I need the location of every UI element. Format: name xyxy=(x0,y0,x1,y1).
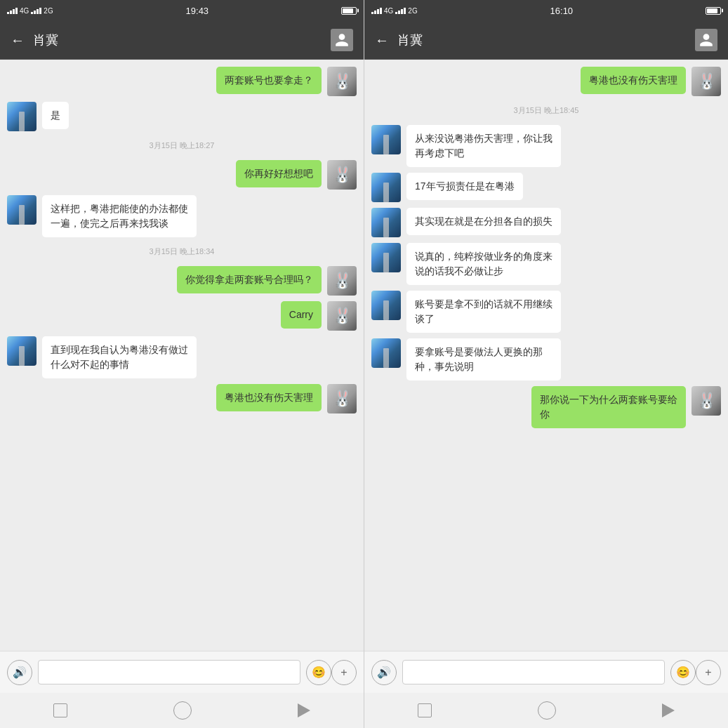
avatar xyxy=(327,384,357,413)
avatar xyxy=(371,125,401,154)
message-row: 这样把，粤港把能使的办法都使一遍，使完之后再来找我谈 xyxy=(7,195,357,237)
nav-bar-left: ← 肖冀 xyxy=(0,21,364,60)
timestamp: 3月15日 晚上18:27 xyxy=(7,140,357,151)
home-bar-right xyxy=(364,693,728,728)
message-row: 两套账号也要拿走？ xyxy=(7,67,357,96)
back-button-left[interactable]: ← xyxy=(11,32,25,48)
message-row: 从来没说粤港伤天害理，你让我再考虑下吧 xyxy=(371,125,721,167)
message-bubble: 是 xyxy=(42,102,69,129)
message-row: 直到现在我自认为粤港没有做过什么对不起的事情 xyxy=(7,336,357,378)
chat-title-right: 肖冀 xyxy=(397,32,687,48)
avatar xyxy=(371,208,401,237)
message-row: 粤港也没有伤天害理 xyxy=(7,384,357,413)
chat-area-right: 粤港也没有伤天害理 3月15日 晚上18:45 从来没说粤港伤天害理，你让我再考… xyxy=(364,60,728,651)
voice-button-left[interactable]: 🔊 xyxy=(7,660,32,685)
message-bubble: 你觉得拿走两套账号合理吗？ xyxy=(177,266,322,293)
message-row: Carry xyxy=(7,301,357,331)
message-bubble: 17年亏损责任是在粤港 xyxy=(406,173,523,200)
left-panel: 4G 2G 19:43 ← 肖冀 两套账号也要拿走？ xyxy=(0,0,364,728)
status-bar-right: 4G 2G 16:10 xyxy=(364,0,728,21)
message-bubble: 其实现在就是在分担各自的损失 xyxy=(406,208,561,235)
message-bubble: 直到现在我自认为粤港没有做过什么对不起的事情 xyxy=(42,336,197,378)
avatar xyxy=(7,102,37,131)
nav-bar-right: ← 肖冀 xyxy=(364,21,728,60)
right-panel: 4G 2G 16:10 ← 肖冀 粤港也没有伤天害理 xyxy=(364,0,728,728)
avatar xyxy=(371,338,401,368)
timestamp: 3月15日 晚上18:45 xyxy=(371,105,721,116)
status-right-left xyxy=(341,7,357,15)
message-row: 你再好好想想吧 xyxy=(7,160,357,190)
avatar xyxy=(7,336,37,366)
status-left-right: 4G 2G xyxy=(371,7,418,15)
message-bubble: Carry xyxy=(281,301,322,329)
bottom-bar-right: 🔊 😊 + xyxy=(364,651,728,693)
message-row: 粤港也没有伤天害理 xyxy=(371,67,721,96)
message-bubble: 账号要是拿不到的话就不用继续谈了 xyxy=(406,291,561,333)
battery-icon-right xyxy=(706,7,721,15)
status-right-right xyxy=(706,7,721,15)
message-bubble: 那你说一下为什么两套账号要给你 xyxy=(531,386,686,428)
time-right: 16:10 xyxy=(550,6,574,16)
contact-avatar-left[interactable] xyxy=(331,29,353,51)
text-input-right[interactable] xyxy=(402,660,665,684)
chat-area-left: 两套账号也要拿走？ 是 3月15日 晚上18:27 你再好好想想吧 这样把，粤港… xyxy=(0,60,364,651)
back-nav-button-left[interactable] xyxy=(298,703,310,717)
more-button-left[interactable]: + xyxy=(331,660,357,685)
network-type-2: 2G xyxy=(44,7,53,15)
message-row: 其实现在就是在分担各自的损失 xyxy=(371,208,721,237)
avatar xyxy=(7,195,37,225)
status-left-left: 4G 2G xyxy=(7,7,53,15)
more-button-right[interactable]: + xyxy=(696,660,721,685)
text-input-left[interactable] xyxy=(38,660,300,684)
person-icon-left xyxy=(334,32,350,48)
avatar xyxy=(691,67,721,96)
signal-icon xyxy=(7,8,18,14)
timestamp: 3月15日 晚上18:34 xyxy=(7,246,357,257)
signal-icon-r2 xyxy=(395,8,406,14)
bottom-bar-left: 🔊 😊 + xyxy=(0,651,364,693)
message-bubble: 两套账号也要拿走？ xyxy=(216,67,322,94)
network-type-1: 4G xyxy=(20,7,29,15)
emoji-button-right[interactable]: 😊 xyxy=(670,660,696,685)
voice-button-right[interactable]: 🔊 xyxy=(371,660,397,685)
person-icon-right xyxy=(699,32,714,48)
app-switch-button-left[interactable] xyxy=(53,703,67,717)
home-bar-left xyxy=(0,693,364,728)
app-switch-button-right[interactable] xyxy=(418,703,432,717)
back-button-right[interactable]: ← xyxy=(375,32,389,48)
avatar xyxy=(371,291,401,320)
message-bubble: 粤港也没有伤天害理 xyxy=(581,67,686,94)
network-type-r1: 4G xyxy=(384,7,393,15)
message-row: 要拿账号是要做法人更换的那种，事先说明 xyxy=(371,338,721,380)
avatar xyxy=(691,386,721,416)
home-button-left[interactable] xyxy=(173,701,192,720)
message-row: 说真的，纯粹按做业务的角度来说的话我不必做让步 xyxy=(371,243,721,285)
chat-title-left: 肖冀 xyxy=(33,32,322,48)
avatar xyxy=(371,243,401,272)
network-type-r2: 2G xyxy=(408,7,417,15)
time-left: 19:43 xyxy=(186,6,209,16)
message-bubble: 说真的，纯粹按做业务的角度来说的话我不必做让步 xyxy=(406,243,561,285)
message-bubble: 粤港也没有伤天害理 xyxy=(216,384,322,411)
battery-icon-left xyxy=(341,7,357,15)
message-bubble: 你再好好想想吧 xyxy=(236,160,322,187)
home-button-right[interactable] xyxy=(538,701,556,720)
emoji-button-left[interactable]: 😊 xyxy=(306,660,331,685)
signal-icon-2 xyxy=(31,8,41,14)
avatar xyxy=(327,301,357,331)
avatar xyxy=(371,173,401,202)
contact-avatar-right[interactable] xyxy=(695,29,717,51)
avatar xyxy=(327,160,357,190)
message-row: 你觉得拿走两套账号合理吗？ xyxy=(7,266,357,296)
message-bubble: 这样把，粤港把能使的办法都使一遍，使完之后再来找我谈 xyxy=(42,195,197,237)
message-bubble: 从来没说粤港伤天害理，你让我再考虑下吧 xyxy=(406,125,561,167)
avatar xyxy=(327,266,357,296)
message-row: 17年亏损责任是在粤港 xyxy=(371,173,721,202)
message-row: 账号要是拿不到的话就不用继续谈了 xyxy=(371,291,721,333)
back-nav-button-right[interactable] xyxy=(662,703,675,717)
message-row: 那你说一下为什么两套账号要给你 xyxy=(371,386,721,428)
message-bubble: 要拿账号是要做法人更换的那种，事先说明 xyxy=(406,338,561,380)
status-bar-left: 4G 2G 19:43 xyxy=(0,0,364,21)
avatar xyxy=(327,67,357,96)
message-row: 是 xyxy=(7,102,357,131)
